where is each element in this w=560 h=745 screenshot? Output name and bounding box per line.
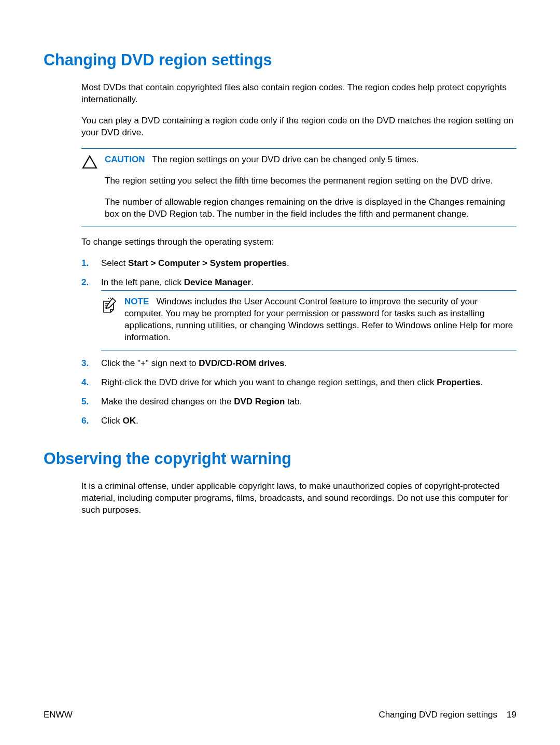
step-post: .: [287, 258, 289, 268]
note-callout: NOTE Windows includes the User Account C…: [101, 290, 516, 350]
step-item-2: In the left pane, click Device Manager.: [81, 277, 516, 351]
step-pre: Select: [101, 258, 128, 268]
step-pre: Right-click the DVD drive for which you …: [101, 377, 437, 387]
step-bold: Properties: [437, 377, 480, 387]
caution-line-3: The number of allowable region changes r…: [105, 196, 516, 220]
footer-section-title: Changing DVD region settings: [379, 709, 497, 721]
step-bold: Device Manager: [184, 277, 251, 287]
step-post: .: [285, 358, 287, 368]
paragraph: It is a criminal offense, under applicab…: [81, 481, 516, 516]
step-item-5: Make the desired changes on the DVD Regi…: [81, 396, 516, 408]
step-pre: Click the "+" sign next to: [101, 358, 199, 368]
svg-point-2: [111, 299, 113, 300]
section2-body: It is a criminal offense, under applicab…: [81, 481, 516, 516]
paragraph: You can play a DVD containing a region c…: [81, 115, 516, 139]
section-heading-1: Changing DVD region settings: [44, 49, 516, 71]
step-item-4: Right-click the DVD drive for which you …: [81, 377, 516, 389]
step-bold: Start > Computer > System properties: [128, 258, 287, 268]
note-content: NOTE Windows includes the User Account C…: [124, 296, 516, 344]
step-pre: Make the desired changes on the: [101, 397, 234, 406]
note-icon: [101, 296, 118, 313]
caution-text-1: The region settings on your DVD drive ca…: [152, 154, 418, 164]
step-post: tab.: [285, 397, 302, 406]
document-page: Changing DVD region settings Most DVDs t…: [0, 0, 560, 516]
paragraph: To change settings through the operating…: [81, 236, 516, 248]
caution-label: CAUTION: [105, 154, 145, 164]
section-heading-2: Observing the copyright warning: [44, 448, 516, 469]
step-post: .: [480, 377, 483, 387]
caution-line-1: CAUTION The region settings on your DVD …: [105, 154, 516, 166]
page-footer: ENWW Changing DVD region settings 19: [44, 709, 516, 721]
note-label: NOTE: [124, 297, 149, 306]
note-line: NOTE Windows includes the User Account C…: [124, 296, 516, 344]
step-post: .: [251, 277, 254, 287]
caution-icon: [81, 154, 98, 169]
caution-callout: CAUTION The region settings on your DVD …: [81, 148, 516, 227]
paragraph: Most DVDs that contain copyrighted files…: [81, 82, 516, 106]
step-bold: OK: [123, 416, 136, 426]
footer-left: ENWW: [44, 709, 73, 721]
step-item-1: Select Start > Computer > System propert…: [81, 258, 516, 270]
caution-line-2: The region setting you select the fifth …: [105, 175, 516, 187]
note-text: Windows includes the User Account Contro…: [124, 297, 513, 342]
step-bold: DVD Region: [234, 397, 285, 406]
page-number: 19: [507, 709, 516, 721]
steps-list: Select Start > Computer > System propert…: [81, 258, 516, 427]
step-item-3: Click the "+" sign next to DVD/CD-ROM dr…: [81, 358, 516, 370]
step-bold: DVD/CD-ROM drives: [199, 358, 284, 368]
section1-body2: To change settings through the operating…: [81, 236, 516, 248]
footer-right: Changing DVD region settings 19: [379, 709, 516, 721]
step-pre: In the left pane, click: [101, 277, 184, 287]
step-post: .: [136, 416, 138, 426]
step-item-6: Click OK.: [81, 415, 516, 427]
step-pre: Click: [101, 416, 123, 426]
svg-point-1: [110, 298, 111, 299]
svg-point-0: [108, 298, 109, 299]
section1-body: Most DVDs that contain copyrighted files…: [81, 82, 516, 139]
caution-content: CAUTION The region settings on your DVD …: [105, 154, 516, 220]
